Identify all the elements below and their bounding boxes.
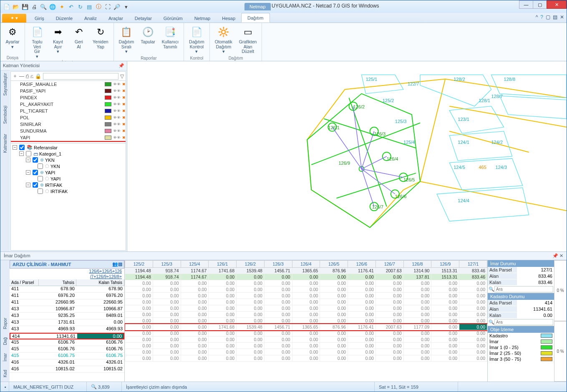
visibility-icon[interactable]: 👁👁 <box>113 122 121 126</box>
layer-row[interactable]: PASIF_MAHALLE👁👁✖ <box>11 81 126 88</box>
tree-expand-icon[interactable]: − <box>26 183 30 187</box>
visibility-icon[interactable]: 👁👁 <box>113 89 121 93</box>
menu-tab-netmap[interactable]: Netmap <box>189 14 217 23</box>
qat-open-icon[interactable]: 📂 <box>12 3 20 10</box>
grid-col-header[interactable]: 126/5 <box>320 261 348 268</box>
menu-tab-araçlar[interactable]: Araçlar <box>103 14 129 23</box>
lock-icon[interactable]: ✖ <box>122 109 126 113</box>
table-row[interactable]: 41122660.9522660.95 <box>10 299 124 306</box>
table-row[interactable]: 4164326.014326.01 <box>10 359 124 366</box>
parcel-link-2[interactable]: /7+126/9+126/8+ <box>10 274 124 279</box>
layer-tool1-icon[interactable]: ⎙ <box>26 73 29 79</box>
menu-tab-giriş[interactable]: Giriş <box>29 14 50 23</box>
lock-icon[interactable]: ✖ <box>122 116 126 120</box>
parcel-link-1[interactable]: 126/6+126/5+126 <box>10 269 124 274</box>
kad-search-input[interactable] <box>494 319 553 325</box>
table-row[interactable]: 4134969.934969.93 <box>10 326 124 333</box>
table-row[interactable]: 4156106.766106.76 <box>10 339 124 346</box>
grid-col-header[interactable]: 125/2 <box>125 261 153 268</box>
qat-dropdown-icon[interactable]: ▾ <box>122 3 130 10</box>
qat-search-icon[interactable]: 🔍 <box>40 3 47 10</box>
ribbon-kullanıcı-button[interactable]: 📑KullanıcıTanımlı <box>159 25 181 50</box>
layer-row[interactable]: SUNDURMA👁👁✖ <box>11 128 126 134</box>
lock-icon[interactable]: ✖ <box>122 129 126 133</box>
menu-tab-detaylar[interactable]: Detaylar <box>129 14 158 23</box>
filter-icon[interactable]: ▽ <box>120 73 124 79</box>
table-row[interactable]: 0.000.000.000.000.000.000.000.000.000.00… <box>125 337 487 343</box>
map-canvas[interactable]: 125/1122/7128/2128/8128/7125/2128/1126/2… <box>127 61 567 251</box>
qat-expand-icon[interactable]: ⛶ <box>104 3 111 10</box>
table-row[interactable]: 0.000.000.000.000.000.000.000.000.000.00… <box>125 349 487 355</box>
lock-icon[interactable]: ✖ <box>122 122 126 126</box>
maximize-button[interactable]: ▢ <box>533 0 547 9</box>
tree-collapse-icon[interactable]: − <box>19 151 24 156</box>
qat-list-icon[interactable]: ▤ <box>86 3 93 10</box>
qat-zoom-icon[interactable]: 🔎 <box>113 3 121 10</box>
layer-filter-input[interactable] <box>43 73 118 80</box>
table-row[interactable]: 0.000.000.000.000.000.000.000.000.000.00… <box>125 305 487 312</box>
ribbon-dağıtım-button[interactable]: 📄DağıtımKontrol▾ <box>186 25 207 55</box>
layer-row[interactable]: YAPI👁👁✖ <box>11 134 126 141</box>
obje-row[interactable]: İmar <box>488 339 554 344</box>
bottom-tab-rapor[interactable]: Rapor <box>3 318 8 329</box>
table-row[interactable]: 4116976.206976.20 <box>10 293 124 299</box>
visibility-icon[interactable]: 👁👁 <box>113 82 121 86</box>
obje-row[interactable]: İmar 1 (0 - 25) <box>488 344 554 350</box>
remove-layer-icon[interactable]: — <box>19 73 24 79</box>
ribbon-grafikten-button[interactable]: ▭GrafiktenAlanDüzelt <box>237 25 260 55</box>
tree-check[interactable] <box>38 188 43 194</box>
grid-col-header[interactable]: 126/6 <box>348 261 376 268</box>
bottom-close-icon[interactable]: ✕ <box>559 253 563 258</box>
qat-new-icon[interactable]: 📄 <box>3 3 10 10</box>
tree-root-check[interactable] <box>19 145 25 150</box>
layer-tool2-icon[interactable]: ⎌ <box>30 73 33 79</box>
owner-tools-icon[interactable]: 👥▤ <box>112 261 122 267</box>
obje-row[interactable]: İmar 2 (25 - 50) <box>488 350 554 356</box>
table-row[interactable]: 0.000.000.000.000.000.000.000.000.000.00… <box>125 312 487 318</box>
visibility-icon[interactable]: 👁👁 <box>113 136 121 140</box>
help-icon[interactable]: ? <box>540 14 543 20</box>
add-layer-icon[interactable]: ＋ <box>13 73 18 80</box>
visibility-icon[interactable]: 👁👁 <box>113 102 121 106</box>
table-row[interactable]: 0.000.000.000.000.000.000.000.000.000.00… <box>125 280 487 286</box>
layer-row[interactable]: PASIF_YAPI👁👁✖ <box>11 88 126 94</box>
help-up-icon[interactable]: ^ <box>536 14 538 20</box>
grid-col-header[interactable]: 126/3 <box>264 261 292 268</box>
qat-print-icon[interactable]: 🖨 <box>30 3 38 10</box>
grid-col-header[interactable]: 125/3 <box>153 261 181 268</box>
qat-star-icon[interactable]: ✦ <box>58 3 66 10</box>
side-tab-katmanlar[interactable]: Katmanlar <box>3 134 8 153</box>
ribbon-ayarlar-button[interactable]: ⚙Ayarlar▾ <box>3 25 22 50</box>
table-row[interactable]: 4156106.766106.76 <box>10 346 124 353</box>
layer-row[interactable]: POL👁👁✖ <box>11 114 126 121</box>
table-row[interactable]: 4139235.258489.01 <box>10 313 124 319</box>
ribbon-dağıtım-button[interactable]: 📋DağıtımSıralı▾ <box>116 25 137 55</box>
side-tab-sayısallaştır[interactable]: Sayısallaştır <box>3 73 8 95</box>
layer-row[interactable]: PINDEX👁👁✖ <box>11 94 126 101</box>
tree-expand-icon[interactable]: − <box>26 170 30 175</box>
table-row[interactable]: 41411341.610.00 <box>10 333 124 339</box>
grid-col-header[interactable]: 126/7 <box>375 261 403 268</box>
tree-check[interactable] <box>38 176 43 181</box>
grid-col-header[interactable]: 126/2 <box>237 261 265 268</box>
tree-check[interactable] <box>33 170 38 175</box>
grid-col-header[interactable]: 126/9 <box>431 261 459 268</box>
minimize-button[interactable]: — <box>519 0 533 9</box>
qat-globe-icon[interactable]: 🌐 <box>49 3 56 10</box>
table-row[interactable]: 0.000.000.000.000.000.000.000.000.000.00… <box>125 355 487 362</box>
ribbon-toplu-button[interactable]: 📄TopluVeriGir▾ <box>28 25 47 60</box>
file-tab[interactable]: ✦ ▾ <box>2 14 26 23</box>
tree-expand-icon[interactable]: − <box>26 158 30 162</box>
help-list-icon[interactable]: ▤ <box>553 14 557 20</box>
close-button[interactable]: ✕ <box>547 0 567 9</box>
menu-tab-dağıtım[interactable]: Dağıtım <box>241 13 270 23</box>
menu-tab-analiz[interactable]: Analiz <box>78 14 103 23</box>
layer-row[interactable]: PL_AKARYAKIT👁👁✖ <box>11 101 126 108</box>
qat-save-icon[interactable]: 💾 <box>21 3 29 10</box>
table-row[interactable]: 4131731.610.00 <box>10 319 124 326</box>
bottom-pin-icon[interactable]: 📌 <box>552 253 558 258</box>
menu-tab-düzenle[interactable]: Düzenle <box>50 14 78 23</box>
qat-redo-icon[interactable]: ↻ <box>76 3 84 10</box>
bottom-tab-imar[interactable]: İmar <box>3 353 8 362</box>
bottom-tab-kad[interactable]: Kad <box>3 370 8 377</box>
